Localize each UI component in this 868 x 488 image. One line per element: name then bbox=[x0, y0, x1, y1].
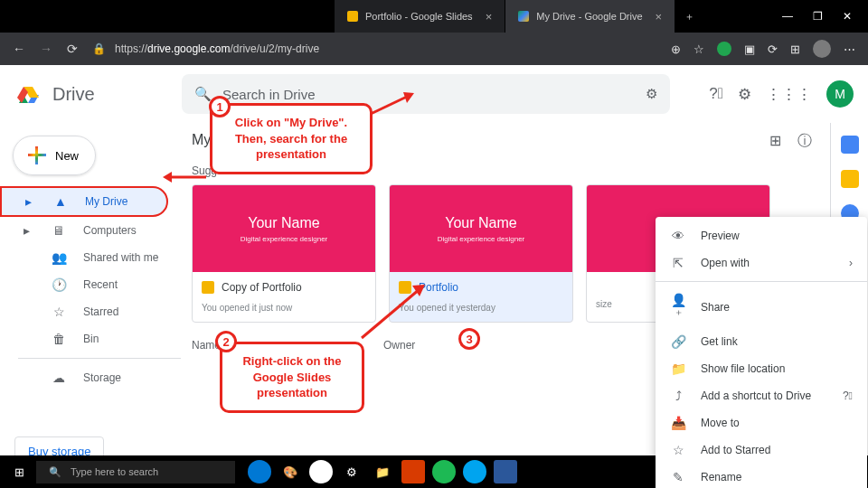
context-menu: 👁Preview ⇱Open with› 👤⁺Share 🔗Get link 📁… bbox=[656, 217, 867, 488]
help-icon: ?⃝ bbox=[843, 389, 853, 402]
ctx-rename[interactable]: ✎Rename bbox=[656, 464, 867, 488]
sidebar-item-starred[interactable]: ☆Starred bbox=[0, 298, 181, 325]
app-title: Drive bbox=[52, 84, 95, 105]
content-area: My Drive▼ ⊞ ⓘ Suggested Your NameDigital… bbox=[181, 123, 830, 474]
slides-icon bbox=[202, 281, 214, 294]
caret-icon: ▸ bbox=[20, 194, 36, 209]
new-tab-button[interactable]: ＋ bbox=[675, 0, 704, 33]
keep-icon[interactable] bbox=[841, 170, 859, 188]
cloud-icon: ☁ bbox=[51, 371, 67, 385]
settings-icon[interactable]: ⚙ bbox=[340, 460, 363, 483]
browser-addressbar: ← → ⟳ 🔒 https://drive.google.com/drive/u… bbox=[0, 33, 868, 65]
star-icon: ☆ bbox=[51, 305, 67, 319]
lock-icon: 🔒 bbox=[92, 42, 106, 55]
reload-icon[interactable]: ⟳ bbox=[67, 42, 78, 56]
sidebar-item-computers[interactable]: ▸🖥Computers bbox=[0, 217, 181, 244]
zoom-icon[interactable]: ⊕ bbox=[671, 42, 681, 56]
office-icon[interactable] bbox=[401, 460, 425, 483]
folder-icon: 📁 bbox=[670, 361, 686, 376]
extension-icon[interactable]: ▣ bbox=[744, 42, 755, 56]
chevron-right-icon: › bbox=[849, 257, 853, 269]
spotify-icon[interactable] bbox=[432, 460, 456, 483]
url-host: drive.google.com bbox=[147, 42, 230, 55]
taskbar-search[interactable]: 🔍Type here to search bbox=[36, 461, 235, 483]
caret-icon: ▸ bbox=[18, 223, 34, 238]
ctx-location[interactable]: 📁Show file location bbox=[656, 355, 867, 382]
computer-icon: 🖥 bbox=[51, 223, 67, 238]
sidebar-item-storage[interactable]: ☁Storage bbox=[0, 364, 181, 391]
person-add-icon: 👤⁺ bbox=[670, 293, 686, 322]
drive-logo[interactable]: Drive bbox=[14, 81, 182, 107]
apps-icon[interactable]: ⋮⋮⋮ bbox=[766, 85, 812, 104]
url-path: /drive/u/2/my-drive bbox=[230, 42, 319, 55]
extension-icon[interactable] bbox=[717, 42, 731, 56]
search-options-icon[interactable]: ⚙ bbox=[646, 86, 657, 102]
tab-label: My Drive - Google Drive bbox=[536, 11, 642, 22]
svg-marker-1 bbox=[163, 172, 172, 183]
back-icon[interactable]: ← bbox=[13, 42, 25, 56]
minimize-icon[interactable]: — bbox=[782, 10, 793, 23]
ctx-star[interactable]: ☆Add to Starred bbox=[656, 436, 867, 464]
url-field[interactable]: 🔒 https://drive.google.com/drive/u/2/my-… bbox=[92, 42, 319, 55]
ctx-getlink[interactable]: 🔗Get link bbox=[656, 328, 867, 355]
close-icon[interactable]: ✕ bbox=[843, 10, 852, 23]
collections-icon[interactable]: ⊞ bbox=[790, 42, 800, 56]
close-icon[interactable]: × bbox=[486, 10, 493, 23]
sidebar-item-mydrive[interactable]: ▸▲My Drive bbox=[0, 186, 168, 217]
drive-logo-icon bbox=[14, 81, 43, 107]
maximize-icon[interactable]: ❐ bbox=[813, 10, 823, 23]
star-icon: ☆ bbox=[670, 443, 686, 457]
annotation-badge: 1 bbox=[209, 96, 231, 117]
word-icon[interactable] bbox=[494, 460, 517, 483]
clock-icon: 🕐 bbox=[51, 277, 67, 292]
chrome-icon[interactable] bbox=[309, 460, 333, 483]
forward-icon[interactable]: → bbox=[40, 42, 52, 56]
file-card[interactable]: Your NameDigital experience designer Cop… bbox=[192, 184, 376, 323]
svg-line-2 bbox=[371, 96, 409, 114]
move-icon: 📥 bbox=[670, 416, 686, 430]
ctx-share[interactable]: 👤⁺Share bbox=[656, 286, 867, 328]
settings-icon[interactable]: ⚙ bbox=[738, 85, 751, 104]
file-thumbnail: Your NameDigital experience designer bbox=[193, 185, 375, 272]
sidebar-item-bin[interactable]: 🗑Bin bbox=[0, 325, 181, 352]
ctx-moveto[interactable]: 📥Move to bbox=[656, 409, 867, 436]
sidebar-item-shared[interactable]: 👥Shared with me bbox=[0, 244, 181, 271]
profile-icon[interactable] bbox=[813, 40, 831, 58]
explorer-icon[interactable]: 📁 bbox=[371, 460, 394, 483]
grid-view-icon[interactable]: ⊞ bbox=[769, 132, 781, 151]
calendar-icon[interactable] bbox=[841, 136, 859, 154]
eye-icon: 👁 bbox=[670, 229, 686, 243]
svg-line-4 bbox=[362, 289, 420, 338]
browser-titlebar: Portfolio - Google Slides × My Drive - G… bbox=[0, 0, 868, 33]
close-icon[interactable]: × bbox=[656, 10, 663, 23]
annotation-badge: 2 bbox=[215, 331, 237, 352]
open-icon: ⇱ bbox=[670, 256, 686, 270]
new-button[interactable]: New bbox=[13, 136, 96, 175]
ctx-preview[interactable]: 👁Preview bbox=[656, 222, 867, 249]
ctx-openwith[interactable]: ⇱Open with› bbox=[656, 249, 867, 277]
annotation-callout: Right-click on the Google Slides present… bbox=[220, 342, 364, 413]
sync-icon[interactable]: ⟳ bbox=[768, 42, 778, 56]
account-avatar[interactable]: M bbox=[826, 80, 854, 108]
app-icon[interactable] bbox=[463, 460, 486, 483]
drive-header: Drive 🔍 Search in Drive ⚙ ?⃝ ⚙ ⋮⋮⋮ M bbox=[0, 65, 868, 123]
annotation-badge: 3 bbox=[458, 328, 480, 350]
trash-icon: 🗑 bbox=[51, 332, 67, 346]
app-icon[interactable]: 🎨 bbox=[278, 460, 302, 483]
menu-icon[interactable]: ⋯ bbox=[844, 42, 855, 56]
search-icon: 🔍 bbox=[49, 466, 61, 478]
browser-tab-drive[interactable]: My Drive - Google Drive × bbox=[505, 0, 675, 33]
start-icon[interactable]: ⊞ bbox=[7, 460, 31, 483]
info-icon[interactable]: ⓘ bbox=[797, 132, 812, 151]
file-name: Copy of Portfolio bbox=[222, 281, 302, 294]
browser-tab-slides[interactable]: Portfolio - Google Slides × bbox=[335, 0, 505, 33]
drive-icon bbox=[518, 11, 529, 22]
plus-icon bbox=[28, 146, 46, 164]
edge-icon[interactable] bbox=[248, 460, 271, 483]
pencil-icon: ✎ bbox=[670, 470, 686, 484]
help-icon[interactable]: ?⃝ bbox=[709, 85, 723, 103]
ctx-shortcut[interactable]: ⤴Add a shortcut to Drive?⃝ bbox=[656, 382, 867, 409]
slides-icon bbox=[347, 11, 358, 22]
favorite-icon[interactable]: ☆ bbox=[693, 42, 704, 56]
sidebar-item-recent[interactable]: 🕐Recent bbox=[0, 271, 181, 298]
